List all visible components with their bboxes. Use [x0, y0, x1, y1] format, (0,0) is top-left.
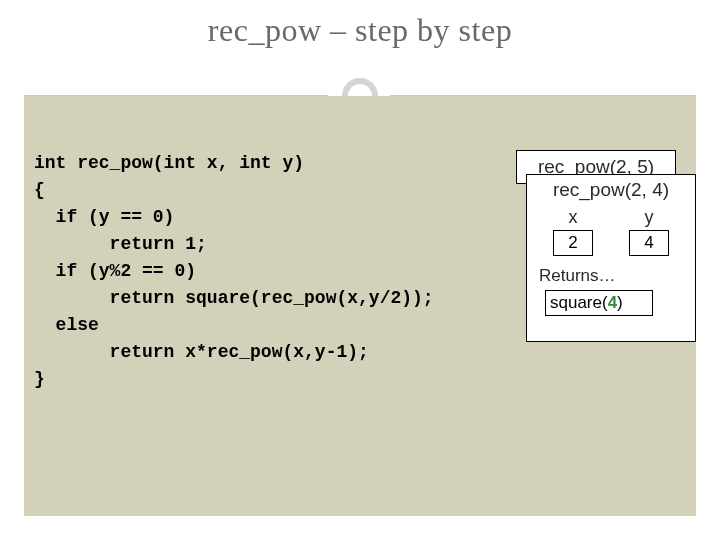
return-prefix: square(	[550, 293, 608, 312]
return-suffix: )	[617, 293, 623, 312]
code-line: else	[34, 315, 99, 335]
code-line: return square(rec_pow(x,y/2));	[34, 288, 434, 308]
code-line: return x*rec_pow(x,y-1);	[34, 342, 369, 362]
slide: rec_pow – step by step int rec_pow(int x…	[0, 0, 720, 540]
return-value: 4	[608, 293, 617, 312]
returns-label: Returns…	[539, 266, 687, 286]
code-line: }	[34, 369, 45, 389]
code-block: int rec_pow(int x, int y) { if (y == 0) …	[34, 150, 434, 393]
return-value-box: square(4)	[545, 290, 653, 316]
code-line: if (y == 0)	[34, 207, 174, 227]
slide-title: rec_pow – step by step	[0, 12, 720, 49]
vars-row: x 2 y 4	[535, 207, 687, 256]
var-value-box: 2	[553, 230, 593, 256]
var-x: x 2	[548, 207, 598, 256]
var-y: y 4	[624, 207, 674, 256]
stack-frame-title: rec_pow(2, 4)	[535, 179, 687, 201]
code-line: {	[34, 180, 45, 200]
code-line: if (y%2 == 0)	[34, 261, 196, 281]
code-line: int rec_pow(int x, int y)	[34, 153, 304, 173]
var-value-box: 4	[629, 230, 669, 256]
stack-frame-front: rec_pow(2, 4) x 2 y 4 Returns… square(4)	[526, 174, 696, 342]
var-label: y	[624, 207, 674, 228]
code-line: return 1;	[34, 234, 207, 254]
var-label: x	[548, 207, 598, 228]
title-area: rec_pow – step by step	[0, 0, 720, 49]
